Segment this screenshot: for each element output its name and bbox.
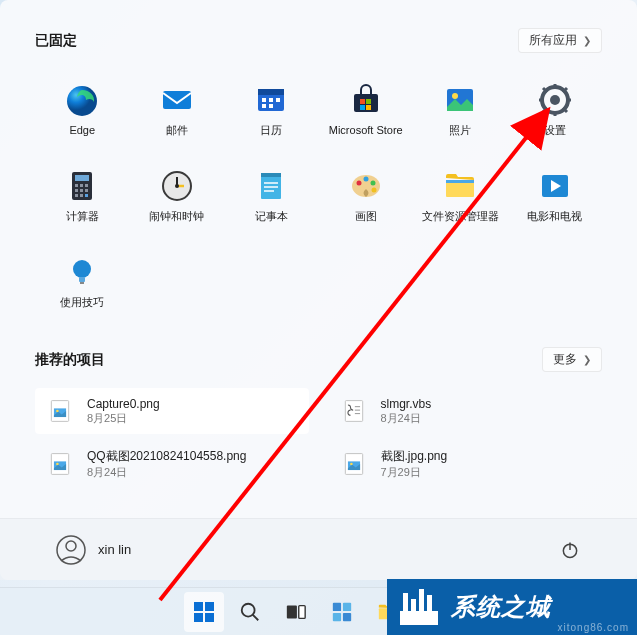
notepad-icon — [254, 169, 288, 203]
taskbar-widgets-button[interactable] — [322, 592, 362, 632]
power-icon — [560, 540, 580, 560]
svg-point-50 — [371, 187, 376, 192]
store-icon — [349, 84, 383, 118]
taskbar-start-button[interactable] — [184, 592, 224, 632]
svg-rect-36 — [85, 194, 88, 197]
power-button[interactable] — [551, 531, 589, 569]
app-tile-calculator[interactable]: 计算器 — [35, 155, 130, 237]
user-power-row: xin lin — [0, 518, 637, 580]
app-label: 画图 — [355, 209, 377, 224]
all-apps-label: 所有应用 — [529, 32, 577, 49]
all-apps-button[interactable]: 所有应用 ❯ — [518, 28, 602, 53]
app-tile-mail[interactable]: 邮件 — [130, 69, 225, 151]
app-tile-paint[interactable]: 画图 — [319, 155, 414, 237]
user-avatar-icon — [56, 535, 86, 565]
watermark-logo-icon — [397, 585, 441, 629]
recommended-item[interactable]: Capture0.png 8月25日 — [35, 388, 309, 434]
file-name: 截图.jpg.png — [381, 448, 448, 465]
app-tile-calendar[interactable]: 日历 — [224, 69, 319, 151]
more-label: 更多 — [553, 351, 577, 368]
svg-rect-82 — [332, 602, 340, 610]
app-tile-settings[interactable]: 设置 — [508, 69, 603, 151]
image-file-icon — [339, 449, 369, 479]
image-file-icon — [45, 449, 75, 479]
pinned-title: 已固定 — [35, 32, 77, 50]
app-tile-notepad[interactable]: 记事本 — [224, 155, 319, 237]
taskbar-taskview-button[interactable] — [276, 592, 316, 632]
svg-rect-30 — [85, 184, 88, 187]
svg-point-40 — [175, 184, 179, 188]
svg-rect-34 — [75, 194, 78, 197]
svg-rect-90 — [411, 599, 416, 611]
app-tile-movies[interactable]: 电影和电视 — [508, 155, 603, 237]
svg-rect-7 — [262, 104, 266, 108]
taskbar-search-button[interactable] — [230, 592, 270, 632]
svg-rect-80 — [286, 605, 296, 618]
svg-rect-55 — [79, 277, 85, 282]
svg-point-78 — [241, 603, 254, 616]
calculator-icon — [65, 169, 99, 203]
calendar-icon — [254, 83, 288, 117]
app-label: 计算器 — [66, 209, 99, 224]
svg-point-49 — [370, 180, 375, 185]
svg-rect-29 — [80, 184, 83, 187]
app-tile-store[interactable]: Microsoft Store — [319, 69, 414, 151]
svg-rect-4 — [262, 98, 266, 102]
svg-rect-52 — [446, 180, 474, 183]
svg-rect-56 — [80, 282, 84, 284]
start-menu: 已固定 所有应用 ❯ Edge 邮件 — [0, 0, 637, 580]
app-tile-edge[interactable]: Edge — [35, 69, 130, 151]
user-account-button[interactable]: xin lin — [48, 529, 139, 571]
svg-rect-5 — [269, 98, 273, 102]
app-label: 设置 — [544, 123, 566, 138]
search-icon — [239, 601, 261, 623]
file-date: 8月24日 — [87, 465, 246, 480]
svg-rect-13 — [366, 105, 371, 110]
recommended-title: 推荐的项目 — [35, 351, 105, 369]
recommended-item[interactable]: 截图.jpg.png 7月29日 — [329, 440, 603, 488]
recommended-header: 推荐的项目 更多 ❯ — [35, 347, 602, 372]
svg-point-17 — [550, 95, 560, 105]
edge-icon — [65, 84, 99, 118]
svg-rect-83 — [342, 602, 350, 610]
pinned-grid: Edge 邮件 日历 Microsoft Store — [35, 69, 602, 323]
watermark-banner: 系统之城 xitong86.com — [387, 579, 637, 635]
app-label: 记事本 — [255, 209, 288, 224]
explorer-icon — [443, 169, 477, 203]
pinned-header: 已固定 所有应用 ❯ — [35, 28, 602, 53]
file-name: slmgr.vbs — [381, 397, 432, 411]
file-date: 8月24日 — [381, 411, 432, 426]
app-label: Edge — [69, 124, 95, 136]
svg-rect-10 — [360, 99, 365, 104]
windows-icon — [192, 600, 216, 624]
photos-icon — [443, 83, 477, 117]
recommended-item[interactable]: slmgr.vbs 8月24日 — [329, 388, 603, 434]
svg-rect-84 — [332, 612, 340, 620]
svg-rect-8 — [269, 104, 273, 108]
recommended-grid: Capture0.png 8月25日 slmgr.vbs 8月24日 Q — [35, 388, 602, 488]
svg-point-70 — [57, 536, 85, 564]
app-tile-explorer[interactable]: 文件资源管理器 — [413, 155, 508, 237]
recommended-text: Capture0.png 8月25日 — [87, 397, 160, 426]
recommended-item[interactable]: QQ截图20210824104558.png 8月24日 — [35, 440, 309, 488]
svg-rect-42 — [261, 173, 281, 177]
app-tile-photos[interactable]: 照片 — [413, 69, 508, 151]
chevron-right-icon: ❯ — [583, 35, 591, 46]
app-label: 文件资源管理器 — [422, 209, 499, 224]
svg-rect-81 — [298, 605, 304, 618]
movies-icon — [538, 169, 572, 203]
more-button[interactable]: 更多 ❯ — [542, 347, 602, 372]
app-label: 闹钟和时钟 — [149, 209, 204, 224]
svg-point-48 — [363, 176, 368, 181]
settings-icon — [538, 83, 572, 117]
svg-rect-3 — [258, 89, 284, 95]
svg-point-15 — [452, 93, 458, 99]
svg-point-54 — [73, 260, 91, 278]
app-label: 电影和电视 — [527, 209, 582, 224]
app-label: Microsoft Store — [329, 124, 403, 136]
paint-icon — [349, 169, 383, 203]
app-tile-tips[interactable]: 使用技巧 — [35, 241, 130, 323]
svg-rect-6 — [276, 98, 280, 102]
mail-icon — [160, 83, 194, 117]
app-tile-clock[interactable]: 闹钟和时钟 — [130, 155, 225, 237]
